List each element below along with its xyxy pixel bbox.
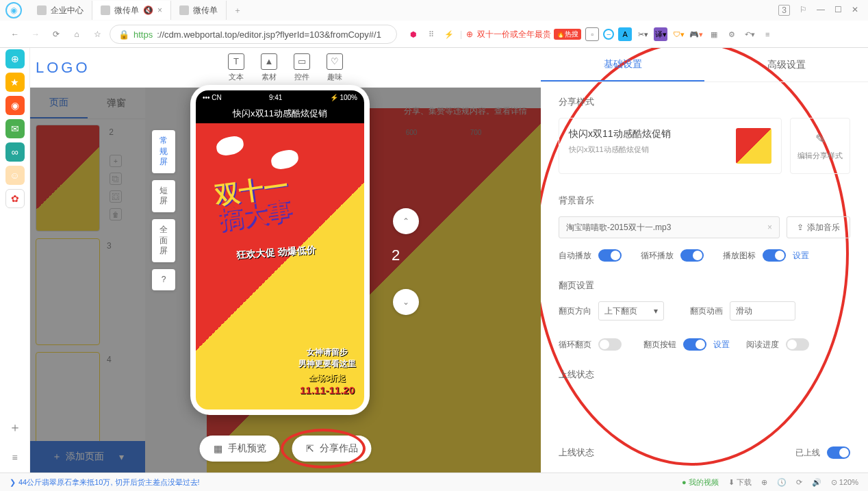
bgm-file-input[interactable]: 淘宝喵喵歌-2015双十一.mp3 × xyxy=(559,216,780,238)
os-cloud-icon[interactable]: ∞ xyxy=(5,142,25,162)
page-loop-toggle[interactable] xyxy=(598,338,622,351)
add-music-button[interactable]: ⇪添加音乐 xyxy=(787,216,850,238)
tab-flyer-2[interactable]: 微传单 xyxy=(171,1,227,20)
ext-icon-2[interactable]: ⠿ xyxy=(424,27,438,41)
ext-gear-icon[interactable]: ⚙ xyxy=(725,27,739,41)
pin-icon[interactable]: ⚐ xyxy=(800,5,807,16)
search-icon[interactable]: ⊕ xyxy=(466,29,473,39)
os-add-icon[interactable]: ＋ xyxy=(5,418,25,437)
ext-game-icon[interactable]: 🎮▾ xyxy=(689,27,703,41)
settings-panel: 基础设置 高级设置 分享样式 快闪x双11动感酷炫促销 快闪x双11动感酷炫促销… xyxy=(541,48,868,473)
ext-a-icon[interactable]: A xyxy=(618,27,632,41)
editor-area: LOGO T文本 ▲素材 ▭控件 ♡趣味 页面 弹窗 2 xyxy=(30,48,541,473)
ext-icon-1[interactable]: ⬢ xyxy=(407,27,420,41)
url-protocol: https xyxy=(133,29,153,40)
my-video-button[interactable]: ● 我的视频 xyxy=(682,477,719,488)
ext-purple-icon[interactable]: 译▾ xyxy=(654,27,667,41)
page-icon xyxy=(37,5,47,15)
page-icon xyxy=(101,5,110,15)
ext-shield-icon[interactable]: 🛡▾ xyxy=(672,27,685,41)
tool-control[interactable]: ▭控件 xyxy=(294,53,310,82)
ext-icon-3[interactable]: ⚡ xyxy=(442,27,456,41)
status-volume-icon[interactable]: 🔊 xyxy=(812,478,821,487)
tool-material[interactable]: ▲素材 xyxy=(261,53,277,82)
reload-button[interactable]: ⟳ xyxy=(48,26,64,42)
mute-icon[interactable]: 🔇 xyxy=(143,5,153,15)
screen-full-button[interactable]: 全 面 屏 xyxy=(152,219,175,262)
share-card[interactable]: 快闪x双11动感酷炫促销 快闪x双11动感酷炫促销 xyxy=(559,118,782,174)
phone-status-bar: ••• CN9:41⚡ 100% xyxy=(196,90,364,104)
os-app-7-icon[interactable]: ✿ xyxy=(5,189,25,208)
screen-normal-button[interactable]: 常 规 屏 xyxy=(152,130,175,173)
app-logo: LOGO xyxy=(36,59,90,77)
back-button[interactable]: ← xyxy=(7,26,23,42)
page-icon xyxy=(179,5,189,15)
os-mail-icon[interactable]: ✉ xyxy=(5,119,25,138)
playicon-toggle[interactable] xyxy=(763,249,786,262)
ext-circle-icon[interactable]: − xyxy=(603,29,614,40)
page-anim-label: 翻页动画 xyxy=(690,305,723,317)
screen-short-button[interactable]: 短 屏 xyxy=(152,180,175,212)
page-btn-toggle[interactable] xyxy=(683,338,706,351)
phone-poster: 双十一搞大事 狂欢大促 劲爆低价 女神请留步 男神更要看这里 全场3折起 11.… xyxy=(196,123,364,410)
tab-advanced-settings[interactable]: 高级设置 xyxy=(704,48,868,81)
screen-help-button[interactable]: ? xyxy=(152,269,175,291)
page-dir-select[interactable]: 上下翻页▾ xyxy=(598,301,664,320)
tab-basic-settings[interactable]: 基础设置 xyxy=(541,48,704,81)
publish-toggle[interactable] xyxy=(827,446,850,459)
tab-enterprise[interactable]: 企业中心 xyxy=(29,1,92,20)
clear-icon[interactable]: × xyxy=(767,223,772,232)
os-weibo-icon[interactable]: ◉ xyxy=(5,96,25,115)
address-bar: ← → ⟳ ⌂ ☆ 🔒 https://cdm.webportal.top/ed… xyxy=(0,21,868,48)
os-app-2-icon[interactable]: ★ xyxy=(5,73,25,92)
phone-title: 快闪x双11动感酷炫促销 xyxy=(196,104,364,123)
page-anim-select[interactable]: 滑动 xyxy=(730,301,795,320)
phone-preview-button[interactable]: ▦手机预览 xyxy=(200,436,280,462)
close-icon[interactable]: × xyxy=(157,5,162,15)
ext-box-icon[interactable]: ▫ xyxy=(585,27,599,41)
tool-text[interactable]: T文本 xyxy=(228,53,244,82)
control-icon: ▭ xyxy=(294,53,310,70)
tool-fun[interactable]: ♡趣味 xyxy=(327,53,343,82)
tab-flyer-active[interactable]: 微传单🔇× xyxy=(92,1,171,20)
new-tab-button[interactable]: ＋ xyxy=(227,5,248,16)
read-prog-toggle[interactable] xyxy=(786,338,809,351)
loop-label: 循环播放 xyxy=(641,250,674,262)
scissors-icon[interactable]: ✂▾ xyxy=(636,27,650,41)
ext-grid-icon[interactable]: ▦ xyxy=(707,27,721,41)
close-window-icon[interactable]: ✕ xyxy=(852,5,858,16)
os-app-6-icon[interactable]: ☺ xyxy=(5,166,25,185)
image-icon: ▲ xyxy=(261,53,277,70)
os-menu-icon[interactable]: ≡ xyxy=(5,448,25,467)
ext-undo-icon[interactable]: ↶▾ xyxy=(743,27,756,41)
zoom-level[interactable]: ⊙ 120% xyxy=(831,478,858,487)
published-label: 已上线 xyxy=(795,447,820,459)
tab-bar: ◉ 企业中心 微传单🔇× 微传单 ＋ 3 ⚐ — ☐ ✕ xyxy=(0,0,868,21)
minimize-icon[interactable]: — xyxy=(817,5,825,16)
browser-chrome: ◉ 企业中心 微传单🔇× 微传单 ＋ 3 ⚐ — ☐ ✕ ← → ⟳ ⌂ ☆ 🔒… xyxy=(0,0,868,48)
page-loop-label: 循环翻页 xyxy=(559,339,591,351)
canvas-page-number: 2 xyxy=(392,247,400,264)
page-btn-settings-link[interactable]: 设置 xyxy=(713,339,730,351)
autoplay-toggle[interactable] xyxy=(598,249,622,262)
download-button[interactable]: ⬇ 下载 xyxy=(728,477,752,488)
status-icon-2[interactable]: 🕔 xyxy=(777,478,787,487)
os-sidebar: ⊕ ★ ◉ ✉ ∞ ☺ ✿ ＋ ≡ xyxy=(0,48,30,473)
status-icon-3[interactable]: ⟳ xyxy=(796,478,802,487)
ext-menu-icon[interactable]: ≡ xyxy=(761,27,774,41)
star-button[interactable]: ☆ xyxy=(89,26,105,42)
loop-toggle[interactable] xyxy=(680,249,704,262)
page-down-button[interactable]: ⌄ xyxy=(393,289,419,315)
chevron-down-icon: ▾ xyxy=(654,306,658,316)
bgm-settings-link[interactable]: 设置 xyxy=(793,250,809,262)
edit-share-button[interactable]: ✎ 编辑分享样式 xyxy=(790,118,850,174)
os-app-1-icon[interactable]: ⊕ xyxy=(5,49,25,68)
home-button[interactable]: ⌂ xyxy=(68,26,85,42)
trending-search[interactable]: 双十一价或全年最贵🔥热搜 xyxy=(477,29,581,40)
status-icon-1[interactable]: ⊕ xyxy=(761,478,767,487)
url-input[interactable]: 🔒 https://cdm.webportal.top/editor.jsp?f… xyxy=(110,25,397,44)
maximize-icon[interactable]: ☐ xyxy=(834,5,842,16)
page-up-button[interactable]: ⌃ xyxy=(393,208,419,234)
news-ticker[interactable]: 44公斤翡翠原石拿来抵10万, 切开后货主差点没晕过去! xyxy=(18,477,200,488)
forward-button[interactable]: → xyxy=(27,26,44,42)
